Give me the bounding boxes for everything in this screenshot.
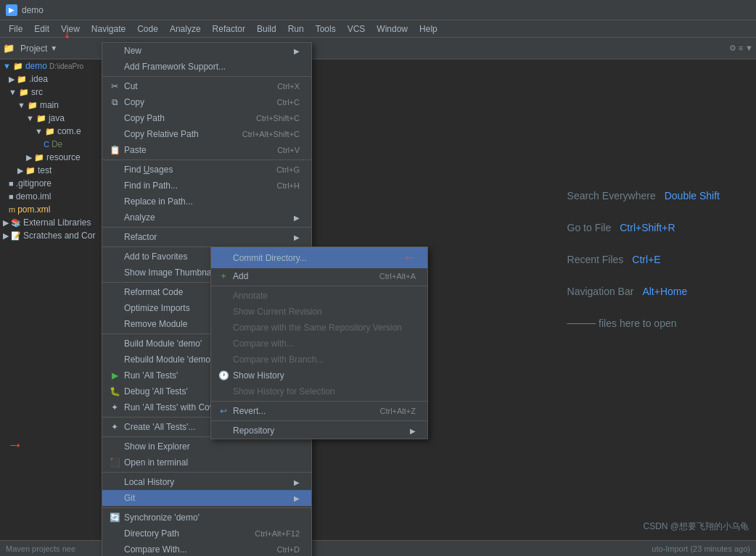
ctx-createtests-icon: ✦ — [108, 422, 121, 432]
collapse-icon: ▼ — [3, 62, 11, 70]
ctx-paste[interactable]: 📋 Paste Ctrl+V — [102, 142, 311, 158]
git-revision-label: Show Current Revision — [233, 307, 416, 317]
menu-item-refactor[interactable]: Refactor — [207, 22, 251, 36]
folder-icon: 📁 — [45, 127, 55, 136]
ctx-copyrel-shortcut: Ctrl+Alt+Shift+C — [242, 130, 300, 138]
arrow-commit-indicator: ← — [403, 250, 416, 265]
ctx-analyze[interactable]: Analyze ▶ — [102, 209, 311, 225]
tree-item-gitignore[interactable]: ■ .gitignore — [0, 177, 107, 190]
title-bar: ▶ demo — [0, 0, 756, 20]
tree-item-de[interactable]: C De — [0, 138, 107, 151]
ctx-show-explorer[interactable]: Show in Explorer — [102, 439, 311, 455]
ctx-refactor[interactable]: Refactor ▶ — [102, 229, 311, 245]
folder-icon: 📁 — [17, 75, 27, 84]
menu-item-analyze[interactable]: Analyze — [164, 22, 207, 36]
tree-item-main[interactable]: ▼ 📁 main — [0, 99, 107, 112]
ctx-dir-path[interactable]: Directory Path Ctrl+Alt+F12 — [102, 526, 311, 542]
ctx-add-framework[interactable]: Add Framework Support... — [102, 59, 311, 75]
ctx-analyze-arrow: ▶ — [294, 214, 300, 222]
tree-label-java: java — [49, 113, 65, 123]
tree-item-resources[interactable]: ▶ 📁 resource — [0, 151, 107, 164]
tree-label-demo: demo — [25, 61, 47, 71]
ctx-copy-path[interactable]: Copy Path Ctrl+Shift+C — [102, 110, 311, 126]
ctx-copy[interactable]: ⧉ Copy Ctrl+C — [102, 94, 311, 110]
expand-icon: ▶ — [3, 231, 9, 241]
menu-item-file[interactable]: File — [3, 22, 28, 36]
git-commit-dir[interactable]: Commit Directory... ← — [211, 247, 427, 268]
expand-icon: ▶ — [3, 218, 9, 228]
git-history-icon: 🕐 — [217, 370, 230, 381]
hint-shortcut-2: Ctrl+Shift+R — [620, 222, 675, 233]
hint-text-4: Navigation Bar — [567, 286, 634, 297]
ctx-copy-relative[interactable]: Copy Relative Path Ctrl+Alt+Shift+C — [102, 126, 311, 142]
folder-icon: 📁 — [19, 88, 29, 97]
git-sep-1 — [211, 286, 427, 286]
ctx-run-icon: ▶ — [108, 370, 121, 381]
ctx-sync[interactable]: 🔄 Synchronize 'demo' — [102, 510, 311, 526]
tree-item-scratches[interactable]: ▶ 📝 Scratches and Cor — [0, 229, 107, 242]
toolbar-actions: ⚙ ≡ ▼ — [729, 43, 753, 53]
menu-item-help[interactable]: Help — [414, 22, 443, 36]
folder-icon: 📁 — [36, 114, 46, 123]
file-icon: ■ — [9, 179, 14, 188]
ctx-git[interactable]: Git ▶ — [102, 490, 311, 506]
expand-icon: ▶ — [26, 153, 32, 162]
git-sep-3 — [211, 420, 427, 421]
ctx-dirpath-label: Directory Path — [124, 528, 240, 539]
java-icon: C — [44, 140, 49, 149]
menu-item-edit[interactable]: Edit — [28, 22, 55, 36]
menu-item-vcs[interactable]: VCS — [342, 22, 371, 36]
menu-item-tools[interactable]: Tools — [310, 22, 342, 36]
hint-text-3: Recent Files — [567, 254, 624, 265]
git-sep-2 — [211, 401, 427, 402]
tree-label-gitignore: .gitignore — [16, 178, 52, 188]
git-repo-label: Repository — [233, 426, 404, 436]
ctx-git-arrow: ▶ — [294, 494, 300, 502]
ctx-findusages-shortcut: Ctrl+G — [276, 165, 300, 174]
menu-item-run[interactable]: Run — [282, 22, 310, 36]
git-revert[interactable]: ↩ Revert... Ctrl+Alt+Z — [211, 403, 427, 419]
folder-icon: 📁 — [13, 62, 23, 71]
menu-item-build[interactable]: Build — [251, 22, 282, 36]
ctx-open-terminal[interactable]: ⬛ Open in terminal — [102, 455, 311, 470]
ctx-compare-with[interactable]: Compare With... Ctrl+D — [102, 542, 311, 556]
ctx-find-in-path[interactable]: Find in Path... Ctrl+H — [102, 178, 311, 194]
ctx-findinpath-shortcut: Ctrl+H — [277, 181, 300, 190]
ctx-replace-in-path[interactable]: Replace in Path... — [102, 194, 311, 209]
tree-item-come[interactable]: ▼ 📁 com.e — [0, 125, 107, 138]
menu-bar: FileEditViewNavigateCodeAnalyzeRefactorB… — [0, 20, 756, 38]
tree-item-java[interactable]: ▼ 📁 java — [0, 112, 107, 125]
ctx-coverage-icon: ✦ — [108, 402, 121, 412]
ctx-cut-icon: ✂ — [108, 81, 121, 91]
project-dropdown-icon[interactable]: ▼ — [50, 44, 57, 52]
tree-item-idea[interactable]: ▶ 📁 .idea — [0, 72, 107, 86]
ctx-replaceinpath-label: Replace in Path... — [124, 196, 300, 207]
tree-item-test[interactable]: ▶ 📁 test — [0, 164, 107, 177]
ctx-find-usages[interactable]: Find Usages Ctrl+G — [102, 162, 311, 178]
ctx-cut[interactable]: ✂ Cut Ctrl+X — [102, 78, 311, 94]
tree-item-demoixml[interactable]: ■ demo.iml — [0, 190, 107, 203]
ctx-history-label: Local History — [124, 477, 288, 487]
git-revert-shortcut: Ctrl+Alt+Z — [379, 407, 416, 415]
ctx-new[interactable]: New ▶ — [102, 43, 311, 59]
menu-item-navigate[interactable]: Navigate — [86, 22, 131, 36]
hint-open-text: ──── files here to open — [567, 318, 677, 329]
ctx-copy-icon: ⧉ — [108, 97, 121, 107]
hints-area: Search Everywhere Double Shift Go to Fil… — [567, 190, 720, 329]
git-show-history[interactable]: 🕐 Show History — [211, 368, 427, 383]
git-show-revision: Show Current Revision — [211, 304, 427, 320]
git-repository[interactable]: Repository ▶ — [211, 423, 427, 439]
folder-icon: 📁 — [25, 166, 36, 175]
ctx-dirpath-shortcut: Ctrl+Alt+F12 — [255, 529, 300, 538]
git-revert-label: Revert... — [233, 406, 365, 416]
tree-item-demo[interactable]: ▼ 📁 demo D:\ideaPro — [0, 59, 107, 72]
tree-item-ext-libraries[interactable]: ▶ 📚 External Libraries — [0, 216, 107, 229]
git-historysel-label: Show History for Selection — [233, 386, 416, 397]
menu-item-code[interactable]: Code — [131, 22, 164, 36]
ctx-explorer-label: Show in Explorer — [124, 441, 300, 452]
menu-item-window[interactable]: Window — [371, 22, 414, 36]
tree-item-src[interactable]: ▼ 📁 src — [0, 86, 107, 99]
ctx-local-history[interactable]: Local History ▶ — [102, 474, 311, 490]
tree-item-pomxml[interactable]: m pom.xml — [0, 203, 107, 216]
git-add[interactable]: + Add Ctrl+Alt+A — [211, 268, 427, 284]
